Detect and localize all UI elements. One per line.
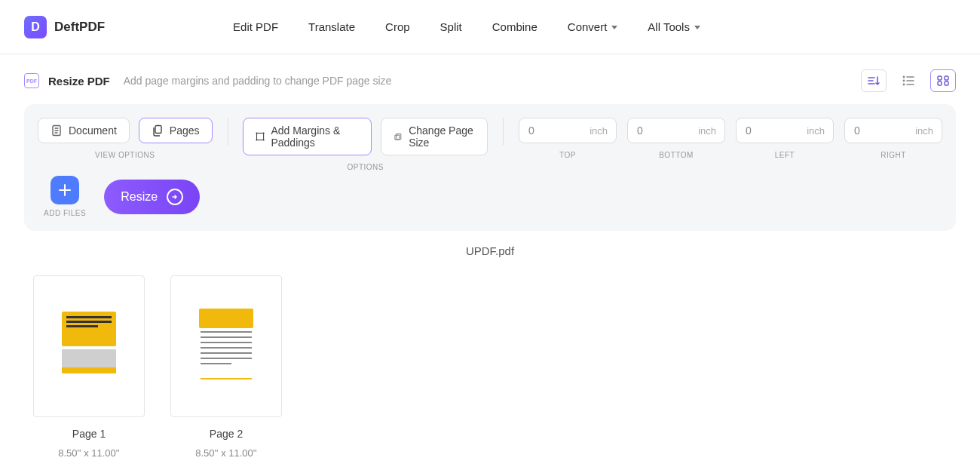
svg-point-1 (903, 80, 905, 82)
options-label: OPTIONS (243, 163, 488, 171)
margin-right-label: RIGHT (880, 151, 906, 159)
nav-combine[interactable]: Combine (492, 20, 537, 33)
toolbar-panel: Document Pages VIEW OPTIONS Add Margins … (24, 104, 956, 231)
margin-top-cell: inch TOP (519, 118, 617, 159)
svg-rect-3 (938, 76, 942, 80)
view-switchers (861, 69, 956, 92)
add-files-button[interactable] (51, 176, 79, 204)
file-name: UPDF.pdf (0, 244, 980, 257)
unit-label: inch (590, 125, 608, 137)
nav-convert-label: Convert (568, 20, 608, 33)
page-label: Page 2 (210, 428, 243, 440)
page-title: Resize PDF (48, 75, 110, 88)
view-options-label: VIEW OPTIONS (38, 151, 213, 159)
margin-bottom-label: BOTTOM (659, 151, 694, 159)
plus-icon (58, 183, 72, 197)
pages-icon (152, 124, 164, 137)
unit-label: inch (915, 125, 933, 137)
nav-translate[interactable]: Translate (308, 20, 355, 33)
svg-point-11 (263, 132, 265, 134)
svg-point-2 (903, 84, 905, 86)
view-options-group: Document Pages VIEW OPTIONS (38, 118, 213, 159)
page-dimensions: 8.50'' x 11.00'' (195, 447, 257, 459)
view-document-button[interactable]: Document (38, 118, 130, 143)
page-thumbnail[interactable]: Page 2 8.50'' x 11.00'' (170, 275, 282, 459)
unit-label: inch (807, 125, 825, 137)
document-icon (51, 124, 63, 137)
options-group: Add Margins & Paddings Change Page Size … (243, 118, 488, 171)
page-preview (170, 275, 282, 417)
logo[interactable]: D DeftPDF (24, 16, 105, 38)
subheader: PDF Resize PDF Add page margins and padd… (0, 54, 980, 100)
nav-crop[interactable]: Crop (385, 20, 410, 33)
margin-right-cell: inch RIGHT (844, 118, 942, 159)
nav-convert[interactable]: Convert (568, 20, 618, 33)
margins-inputs: inch TOP inch BOTTOM inch LEFT (519, 118, 942, 159)
nav-split-label: Split (440, 20, 462, 33)
svg-rect-9 (257, 133, 264, 140)
svg-rect-4 (945, 76, 948, 80)
chevron-down-icon (694, 26, 700, 29)
logo-text: DeftPDF (54, 20, 105, 35)
top-nav: Edit PDF Translate Crop Split Combine Co… (233, 20, 700, 33)
unit-label: inch (698, 125, 716, 137)
sort-toggle[interactable] (861, 69, 887, 92)
chevron-down-icon (611, 26, 617, 29)
nav-edit-label: Edit PDF (233, 20, 278, 33)
divider (228, 118, 228, 145)
view-pages-label: Pages (170, 124, 200, 137)
grid-icon (937, 75, 949, 86)
margin-bottom-cell: inch BOTTOM (627, 118, 725, 159)
svg-point-12 (256, 139, 258, 140)
margins-icon (256, 131, 265, 143)
margin-left-cell: inch LEFT (736, 118, 834, 159)
pdf-icon: PDF (24, 73, 39, 88)
nav-alltools-label: All Tools (648, 20, 690, 33)
add-files-label: ADD FILES (44, 209, 86, 217)
subheader-left: PDF Resize PDF Add page margins and padd… (24, 73, 391, 88)
svg-rect-5 (938, 81, 942, 85)
add-margins-label: Add Margins & Paddings (271, 124, 359, 149)
nav-combine-label: Combine (492, 20, 537, 33)
svg-point-13 (263, 139, 265, 140)
change-page-size-button[interactable]: Change Page Size (381, 118, 488, 155)
svg-rect-14 (397, 134, 401, 140)
nav-split[interactable]: Split (440, 20, 462, 33)
divider (503, 118, 504, 145)
page-label: Page 1 (72, 428, 106, 440)
page-desc: Add page margins and padding to change P… (124, 75, 392, 87)
list-icon (902, 75, 914, 86)
resize-button[interactable]: Resize (104, 180, 200, 214)
add-files-group: ADD FILES (44, 176, 86, 217)
add-margins-button[interactable]: Add Margins & Paddings (243, 118, 372, 155)
grid-view-button[interactable] (930, 69, 956, 92)
resize-button-label: Resize (121, 190, 158, 204)
margin-top-label: TOP (559, 151, 576, 159)
arrow-right-icon (167, 189, 183, 205)
page-thumbnail[interactable]: Page 1 8.50'' x 11.00'' (33, 275, 145, 459)
view-document-label: Document (69, 124, 117, 137)
view-pages-button[interactable]: Pages (139, 118, 213, 143)
thumbnails: Page 1 8.50'' x 11.00'' Page 2 8.50'' x … (0, 257, 980, 470)
svg-rect-15 (395, 135, 400, 140)
sort-icon (868, 75, 880, 86)
nav-all-tools[interactable]: All Tools (648, 20, 700, 33)
svg-rect-8 (155, 126, 161, 134)
header: D DeftPDF Edit PDF Translate Crop Split … (0, 0, 980, 54)
svg-point-10 (256, 132, 258, 134)
page-preview (33, 275, 145, 417)
page-dimensions: 8.50'' x 11.00'' (58, 447, 120, 459)
nav-translate-label: Translate (308, 20, 355, 33)
margin-left-label: LEFT (775, 151, 795, 159)
svg-rect-6 (945, 81, 948, 85)
nav-edit-pdf[interactable]: Edit PDF (233, 20, 278, 33)
logo-icon: D (24, 16, 47, 38)
nav-crop-label: Crop (385, 20, 410, 33)
list-view-button[interactable] (896, 69, 921, 92)
svg-point-0 (903, 76, 905, 78)
change-page-size-label: Change Page Size (409, 124, 475, 149)
page-size-icon (394, 131, 403, 143)
